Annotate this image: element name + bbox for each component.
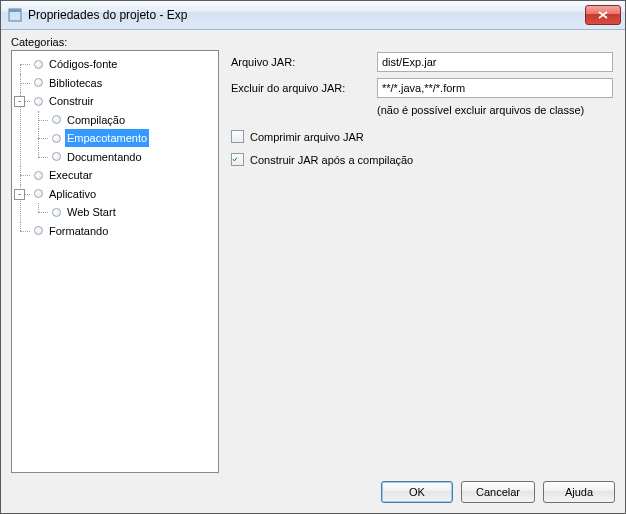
- bullet-icon: [52, 134, 61, 143]
- excluir-field[interactable]: [377, 78, 613, 98]
- construir-jar-label: Construir JAR após a compilação: [250, 154, 413, 166]
- tree-item-aplicativo[interactable]: - Aplicativo Web Start: [14, 185, 216, 222]
- construir-jar-checkbox[interactable]: [231, 153, 244, 166]
- tree-item-documentando[interactable]: Documentando: [32, 148, 216, 167]
- tree-item-compilacao[interactable]: Compilação: [32, 111, 216, 130]
- bullet-icon: [34, 171, 43, 180]
- tree-item-formatando[interactable]: Formatando: [14, 222, 216, 241]
- cancel-button[interactable]: Cancelar: [461, 481, 535, 503]
- categories-tree[interactable]: Códigos-fonte Bibliotecas - Construir Co…: [11, 50, 219, 473]
- bullet-icon: [34, 189, 43, 198]
- excluir-label: Excluir do arquivo JAR:: [231, 82, 371, 94]
- comprimir-checkbox[interactable]: [231, 130, 244, 143]
- bullet-icon: [34, 97, 43, 106]
- tree-item-web-start[interactable]: Web Start: [32, 203, 216, 222]
- window-title: Propriedades do projeto - Exp: [28, 8, 585, 22]
- collapse-icon[interactable]: -: [14, 189, 25, 200]
- bullet-icon: [34, 78, 43, 87]
- tree-item-bibliotecas[interactable]: Bibliotecas: [14, 74, 216, 93]
- categories-label: Categorias:: [11, 36, 615, 48]
- construir-jar-row: Construir JAR após a compilação: [231, 153, 613, 166]
- bullet-icon: [52, 152, 61, 161]
- help-button[interactable]: Ajuda: [543, 481, 615, 503]
- bullet-icon: [34, 60, 43, 69]
- content-row: Códigos-fonte Bibliotecas - Construir Co…: [11, 50, 615, 473]
- tree-item-construir[interactable]: - Construir Compilação Empacotamento Doc…: [14, 92, 216, 166]
- project-properties-dialog: Propriedades do projeto - Exp Categorias…: [0, 0, 626, 514]
- app-icon: [7, 7, 23, 23]
- bullet-icon: [52, 115, 61, 124]
- close-button[interactable]: [585, 5, 621, 25]
- tree-item-executar[interactable]: Executar: [14, 166, 216, 185]
- collapse-icon[interactable]: -: [14, 96, 25, 107]
- packaging-panel: Arquivo JAR: Excluir do arquivo JAR: (nã…: [227, 50, 615, 473]
- arquivo-jar-field[interactable]: [377, 52, 613, 72]
- titlebar: Propriedades do projeto - Exp: [1, 1, 625, 30]
- client-area: Categorias: Códigos-fonte Bibliotecas - …: [1, 30, 625, 513]
- dialog-button-row: OK Cancelar Ajuda: [11, 473, 615, 503]
- excluir-note: (não é possível excluir arquivos de clas…: [377, 104, 613, 116]
- tree-item-empacotamento[interactable]: Empacotamento: [32, 129, 216, 148]
- comprimir-label: Comprimir arquivo JAR: [250, 131, 364, 143]
- svg-rect-1: [9, 9, 21, 12]
- ok-button[interactable]: OK: [381, 481, 453, 503]
- bullet-icon: [34, 226, 43, 235]
- arquivo-jar-label: Arquivo JAR:: [231, 56, 371, 68]
- bullet-icon: [52, 208, 61, 217]
- tree-item-codigos-fonte[interactable]: Códigos-fonte: [14, 55, 216, 74]
- comprimir-row: Comprimir arquivo JAR: [231, 130, 613, 143]
